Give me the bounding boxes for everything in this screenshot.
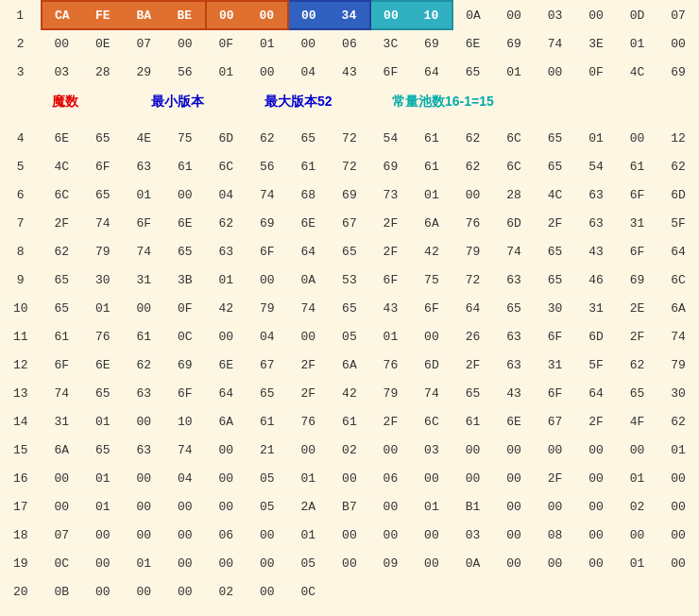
hex-cell: 75: [411, 265, 452, 294]
hex-cell: 00: [657, 521, 699, 549]
hex-cell: 68: [288, 180, 330, 209]
hex-cell: 2F: [42, 209, 83, 237]
hex-cell: 31: [575, 294, 617, 322]
hex-cell: 42: [411, 237, 452, 265]
line-number: 15: [0, 436, 42, 464]
main-container: 1CAFEBABE0000003400100A0003000D072000E07…: [0, 0, 699, 606]
table-row: 862797465636F64652F42797465436F64: [0, 237, 699, 265]
hex-cell: 00: [164, 521, 206, 549]
hex-cell: 6F: [370, 58, 412, 86]
table-row: 190C0001000000050009000A0000000100: [0, 549, 699, 577]
hex-cell: 04: [206, 180, 247, 209]
hex-cell: 06: [329, 29, 370, 58]
hex-cell: 03: [411, 436, 452, 464]
hex-cell: 3B: [164, 265, 206, 294]
line-number: 5: [0, 152, 42, 180]
hex-cell: 01: [82, 407, 124, 436]
hex-cell: 43: [493, 379, 535, 407]
hex-cell: 6E: [164, 209, 206, 237]
hex-cell: 00: [247, 549, 288, 577]
hex-cell: 01: [617, 29, 658, 58]
const-pool-label: 常量池数16-1=15: [392, 94, 494, 111]
minor-version-label: 最小版本: [151, 94, 204, 111]
hex-cell: 03: [535, 1, 576, 29]
hex-cell: 63: [206, 237, 247, 265]
line-number: 3: [0, 58, 42, 86]
hex-cell: 00: [493, 492, 535, 521]
hex-cell: 2F: [452, 351, 494, 379]
hex-cell: 6F: [617, 237, 658, 265]
hex-cell: 61: [288, 152, 330, 180]
hex-cell: CA: [42, 1, 83, 29]
hex-cell: 01: [370, 322, 412, 351]
hex-cell: 12: [657, 124, 699, 152]
hex-cell: 62: [657, 407, 699, 436]
line-number: 12: [0, 351, 42, 379]
hex-cell: 67: [535, 407, 576, 436]
hex-cell: 74: [247, 180, 288, 209]
hex-cell: 09: [370, 549, 412, 577]
hex-cell: 69: [164, 351, 206, 379]
hex-cell: 00: [164, 577, 206, 606]
hex-cell: 00: [164, 180, 206, 209]
hex-cell: 65: [82, 124, 124, 152]
hex-cell: 2F: [370, 237, 412, 265]
hex-cell: 00: [411, 521, 452, 549]
table-row: 137465636F64652F42797465436F646530: [0, 379, 699, 407]
hex-cell: 0F: [206, 29, 247, 58]
table-row: 126F6E62696E672F6A766D2F63315F6279: [0, 351, 699, 379]
hex-cell: 64: [411, 58, 452, 86]
hex-cell: 00: [206, 492, 247, 521]
hex-cell: 2F: [370, 209, 412, 237]
hex-cell: 00: [452, 180, 494, 209]
hex-cell: 00: [452, 464, 494, 492]
hex-cell: 74: [535, 29, 576, 58]
hex-cell: 4C: [535, 180, 576, 209]
hex-cell: 2F: [575, 407, 617, 436]
hex-cell: 00: [657, 29, 699, 58]
hex-cell: FE: [82, 1, 124, 29]
hex-cell: 00: [124, 464, 165, 492]
table-row: 156A656374002100020003000000000001: [0, 436, 699, 464]
hex-cell: 01: [493, 58, 535, 86]
hex-cell: 00: [370, 436, 412, 464]
hex-cell: 63: [575, 209, 617, 237]
hex-cell: 00: [575, 521, 617, 549]
hex-cell: 43: [575, 237, 617, 265]
hex-cell: 05: [247, 492, 288, 521]
hex-cell: 69: [617, 265, 658, 294]
hex-cell: 6E: [288, 209, 330, 237]
hex-cell: 00: [82, 521, 124, 549]
hex-cell: 42: [206, 294, 247, 322]
hex-cell: 65: [42, 294, 83, 322]
line-number: 2: [0, 29, 42, 58]
hex-cell: 00: [452, 436, 494, 464]
hex-cell: 06: [370, 464, 412, 492]
hex-cell: 6F: [42, 351, 83, 379]
hex-cell: 0F: [164, 294, 206, 322]
hex-cell: 0E: [82, 29, 124, 58]
hex-cell: 65: [164, 237, 206, 265]
hex-cell: 69: [657, 58, 699, 86]
hex-cell: 00: [617, 436, 658, 464]
hex-cell: 62: [124, 351, 165, 379]
hex-cell: 67: [247, 351, 288, 379]
hex-cell: 65: [535, 265, 576, 294]
hex-cell: 73: [370, 180, 412, 209]
hex-cell: 6C: [42, 180, 83, 209]
hex-cell: 63: [493, 322, 535, 351]
hex-cell: 61: [124, 322, 165, 351]
table-row: 46E654E756D6265725461626C65010012: [0, 124, 699, 152]
hex-cell: 30: [657, 379, 699, 407]
hex-cell: 00: [493, 436, 535, 464]
hex-cell: 6D: [411, 351, 452, 379]
hex-cell: 2F: [288, 351, 330, 379]
hex-cell: 65: [535, 237, 576, 265]
table-row: 14310100106A6176612F6C616E672F4F62: [0, 407, 699, 436]
hex-cell: 26: [452, 322, 494, 351]
hex-cell: 00: [42, 492, 83, 521]
hex-cell: 65: [82, 379, 124, 407]
hex-cell: 00: [206, 1, 247, 29]
hex-cell: 00: [124, 521, 165, 549]
hex-cell: 65: [535, 124, 576, 152]
